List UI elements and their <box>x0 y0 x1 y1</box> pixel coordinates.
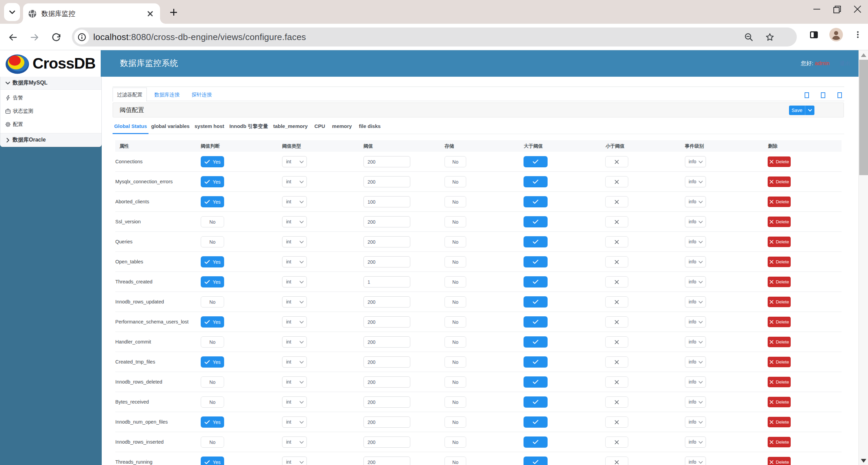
tab-probe-connection[interactable]: 探针连接 <box>192 88 212 101</box>
threshold-type-select[interactable]: int <box>282 256 307 267</box>
event-level-select[interactable]: info <box>685 396 706 408</box>
event-level-select[interactable]: info <box>685 457 706 465</box>
store-toggle[interactable]: No <box>445 336 466 348</box>
threshold-judge-toggle[interactable]: Yes <box>201 276 224 287</box>
threshold-type-select[interactable]: int <box>282 156 307 167</box>
threshold-value-input[interactable] <box>363 296 410 308</box>
threshold-value-input[interactable] <box>363 396 410 408</box>
greater-than-check-button[interactable] <box>524 416 548 428</box>
greater-than-check-button[interactable] <box>524 436 548 448</box>
greater-than-check-button[interactable] <box>524 296 548 308</box>
threshold-value-input[interactable] <box>363 276 410 287</box>
event-level-select[interactable]: info <box>685 416 706 428</box>
event-level-select[interactable]: info <box>685 216 706 227</box>
subtab-cpu[interactable]: CPU <box>311 120 329 134</box>
less-than-x-button[interactable] <box>605 416 628 428</box>
restore-button[interactable] <box>833 6 840 13</box>
delete-button[interactable]: Delete <box>768 457 791 465</box>
delete-button[interactable]: Delete <box>768 437 791 447</box>
store-toggle[interactable]: No <box>445 176 466 187</box>
event-level-select[interactable]: info <box>685 436 706 448</box>
threshold-value-input[interactable] <box>363 156 410 167</box>
threshold-value-input[interactable] <box>363 236 410 247</box>
threshold-type-select[interactable]: int <box>282 196 307 207</box>
store-toggle[interactable]: No <box>445 196 466 207</box>
scrollbar-thumb[interactable] <box>859 60 868 175</box>
greater-than-check-button[interactable] <box>524 196 548 207</box>
store-toggle[interactable]: No <box>445 156 466 167</box>
store-toggle[interactable]: No <box>445 296 466 308</box>
reload-button[interactable] <box>49 30 64 45</box>
less-than-x-button[interactable] <box>605 356 628 368</box>
threshold-type-select[interactable]: int <box>282 396 307 408</box>
threshold-type-select[interactable]: int <box>282 336 307 348</box>
threshold-value-input[interactable] <box>363 336 410 348</box>
sidebar-item-status-monitor[interactable]: 状态监测 <box>0 105 101 118</box>
threshold-value-input[interactable] <box>363 196 410 207</box>
less-than-x-button[interactable] <box>605 396 628 408</box>
window-close-button[interactable] <box>853 5 862 14</box>
threshold-type-select[interactable]: int <box>282 276 307 287</box>
less-than-x-button[interactable] <box>605 316 628 328</box>
threshold-type-select[interactable]: int <box>282 416 307 428</box>
profile-avatar[interactable] <box>829 27 844 42</box>
greater-than-check-button[interactable] <box>524 256 548 267</box>
less-than-x-button[interactable] <box>605 216 628 227</box>
event-level-select[interactable]: info <box>685 356 706 368</box>
sidebar-section-mysql[interactable]: 数据库MySQL <box>0 77 101 90</box>
event-level-select[interactable]: info <box>685 276 706 287</box>
scrollbar-down-arrow-icon[interactable] <box>861 459 866 463</box>
greater-than-check-button[interactable] <box>524 316 548 328</box>
save-dropdown-caret[interactable] <box>805 106 814 115</box>
save-split-button[interactable]: Save <box>789 106 814 115</box>
threshold-type-select[interactable]: int <box>282 457 307 465</box>
less-than-x-button[interactable] <box>605 196 628 207</box>
threshold-value-input[interactable] <box>363 256 410 267</box>
greater-than-check-button[interactable] <box>524 356 548 368</box>
threshold-judge-toggle[interactable]: Yes <box>201 356 224 368</box>
threshold-judge-toggle[interactable]: Yes <box>201 457 224 465</box>
threshold-type-select[interactable]: int <box>282 216 307 227</box>
site-info-button[interactable] <box>74 30 89 44</box>
store-toggle[interactable]: No <box>445 376 466 388</box>
threshold-value-input[interactable] <box>363 216 410 227</box>
less-than-x-button[interactable] <box>605 236 628 247</box>
delete-button[interactable]: Delete <box>768 156 791 167</box>
minimize-button[interactable] <box>813 5 821 13</box>
delete-button[interactable]: Delete <box>768 277 791 287</box>
delete-button[interactable]: Delete <box>768 176 791 187</box>
delete-button[interactable]: Delete <box>768 237 791 247</box>
threshold-judge-toggle[interactable]: No <box>201 396 224 408</box>
greater-than-check-button[interactable] <box>524 396 548 408</box>
store-toggle[interactable]: No <box>445 216 466 227</box>
event-level-select[interactable]: info <box>685 236 706 247</box>
delete-button[interactable]: Delete <box>768 417 791 427</box>
subtab-file-disks[interactable]: file disks <box>355 120 384 134</box>
event-level-select[interactable]: info <box>685 176 706 187</box>
save-button[interactable]: Save <box>789 106 805 115</box>
less-than-x-button[interactable] <box>605 457 628 465</box>
threshold-judge-toggle[interactable]: Yes <box>201 196 224 207</box>
scrollbar-up-arrow-icon[interactable] <box>861 53 866 57</box>
threshold-judge-toggle[interactable]: No <box>201 436 224 448</box>
threshold-judge-toggle[interactable]: No <box>201 376 224 388</box>
threshold-value-input[interactable] <box>363 457 410 465</box>
back-button[interactable] <box>5 30 20 45</box>
threshold-judge-toggle[interactable]: Yes <box>201 316 224 328</box>
delete-button[interactable]: Delete <box>768 377 791 387</box>
subtab-global-status[interactable]: Global Status <box>113 120 149 134</box>
threshold-judge-toggle[interactable]: No <box>201 296 224 308</box>
toolbar-glyph-icon-1[interactable] <box>805 92 809 98</box>
url-bar[interactable]: localhost:8080/cross-db-engine/views/con… <box>72 27 797 46</box>
less-than-x-button[interactable] <box>605 336 628 348</box>
store-toggle[interactable]: No <box>445 416 466 428</box>
threshold-type-select[interactable]: int <box>282 296 307 308</box>
sidebar-item-alerts[interactable]: 告警 <box>0 91 101 105</box>
subtab-memory[interactable]: memory <box>330 120 354 134</box>
threshold-type-select[interactable]: int <box>282 436 307 448</box>
threshold-value-input[interactable] <box>363 416 410 428</box>
forward-button[interactable] <box>27 30 42 45</box>
store-toggle[interactable]: No <box>445 436 466 448</box>
event-level-select[interactable]: info <box>685 156 706 167</box>
less-than-x-button[interactable] <box>605 436 628 448</box>
